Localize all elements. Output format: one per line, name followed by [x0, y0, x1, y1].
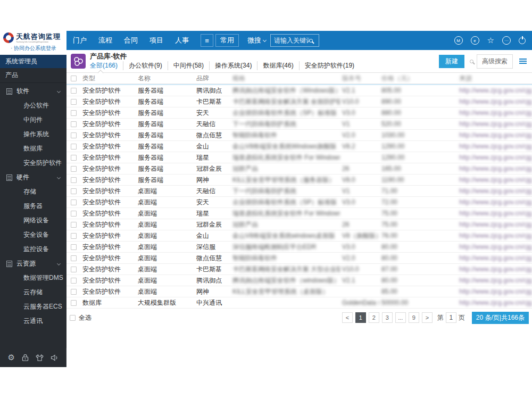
nav-item[interactable]: 流程 [98, 36, 112, 45]
table-row[interactable]: 安全防护软件 桌面端 卡巴斯基 卡巴斯基网络安全解决方案 大型企业版（KESB）… [66, 264, 532, 275]
table-row[interactable]: 安全防护软件 服务器端 卡巴斯基 卡巴斯基网络安全解决方案 全面防护版 V10.… [66, 96, 532, 107]
category-tab[interactable]: 全部(166) [90, 61, 123, 70]
goto-page-box[interactable]: 1 [446, 312, 456, 323]
sidebar-item[interactable]: 云服务器ECS [0, 300, 66, 314]
row-checkbox[interactable] [71, 300, 77, 306]
messages-icon[interactable]: M [454, 36, 463, 45]
table-row[interactable]: 安全防护软件 服务器端 腾讯御点 腾讯御点终端安全软件（Windows版） V2… [66, 85, 532, 96]
table-row[interactable]: 安全防护软件 服务器端 网神 KILL安全胄甲管理系统（服务器版） V8.0 1… [66, 174, 532, 186]
table-row[interactable]: 安全防护软件 桌面端 天融信 下一代防病毒防护系统 V1 71.00 http:… [66, 186, 532, 197]
column-header[interactable]: 价格（元） [379, 73, 457, 84]
cell-source-link-blurred[interactable]: http://www.zjcg.gov.cn/cjg/ [457, 130, 532, 140]
page-button[interactable]: 2 [369, 312, 379, 323]
page-button[interactable]: 3 [382, 312, 393, 323]
cell-source-link-blurred[interactable]: http://www.zjcg.gov.cn/cjg/ [457, 186, 532, 196]
nav-item[interactable]: 合同 [124, 36, 138, 45]
advanced-search-button[interactable]: 高级搜索 [477, 54, 513, 69]
more-options-icon[interactable]: ··· [502, 36, 511, 45]
cell-source-link-blurred[interactable]: http://www.zjcg.gov.cn/cjg/ [457, 242, 532, 252]
sidebar-item[interactable]: 硬件 [0, 170, 66, 185]
favorites-star-icon[interactable]: ☆ [487, 36, 494, 45]
global-search-input[interactable] [274, 37, 309, 44]
row-checkbox[interactable] [71, 132, 77, 138]
row-checkbox[interactable] [71, 88, 77, 94]
cell-source-link-blurred[interactable]: http://www.zjcg.gov.cn/cjg/ [457, 264, 532, 275]
cell-source-link-blurred[interactable]: http://www.zjcg.gov.cn/cjg/ [457, 85, 532, 96]
sidebar-item[interactable]: 数据管理DMS [0, 271, 66, 285]
volume-speaker-icon[interactable] [51, 354, 59, 361]
category-tab[interactable]: 中间件(58) [168, 61, 209, 70]
sidebar-item[interactable]: 云存储 [0, 285, 66, 300]
column-header[interactable]: 版本号 [340, 73, 379, 84]
category-tab[interactable]: 操作系统(34) [209, 61, 257, 70]
cell-source-link-blurred[interactable]: http://www.zjcg.gov.cn/cjg/ [457, 119, 532, 129]
row-checkbox[interactable] [71, 121, 77, 127]
sidebar-item[interactable]: 监控设备 [0, 242, 66, 256]
row-checkbox[interactable] [71, 255, 77, 261]
sidebar-item[interactable]: 软件 [0, 84, 66, 98]
row-checkbox[interactable] [71, 222, 77, 228]
sidebar-item[interactable]: 办公软件 [0, 98, 66, 113]
table-row[interactable]: 安全防护软件 桌面端 冠群金辰 冠群产品 26 75.00 http://www… [66, 219, 532, 230]
cell-source-link-blurred[interactable]: http://www.zjcg.gov.cn/cjg/ [457, 197, 532, 207]
column-header[interactable]: 来源 [457, 73, 532, 84]
table-row[interactable]: 安全防护软件 桌面端 网神 KILL安全胄甲管理系统（桌面版） 85.00 ht… [66, 286, 532, 297]
row-checkbox[interactable] [71, 278, 77, 284]
page-button[interactable]: 1 [355, 312, 366, 323]
cell-source-link-blurred[interactable]: http://www.zjcg.gov.cn/cjg/ [457, 163, 532, 174]
column-header[interactable]: 品牌 [194, 73, 230, 84]
nav-item[interactable]: 门户 [73, 36, 87, 45]
table-row[interactable]: 安全防护软件 桌面端 深信服 深信服终端检测响应平台EDR V3.0 80.00… [66, 242, 532, 253]
create-new-button[interactable]: 新建 [439, 55, 464, 68]
row-checkbox[interactable] [71, 244, 77, 250]
sidebar-item[interactable]: 网络设备 [0, 213, 66, 228]
table-row[interactable]: 安全防护软件 桌面端 金山 金山V8终端安全系统windows桌面版 V8（旗舰… [66, 230, 532, 242]
cell-source-link-blurred[interactable]: http://www.zjcg.gov.cn/cjg/ [457, 107, 532, 118]
collab-login-link[interactable]: · 协同办公系统登录 [3, 45, 63, 52]
nav-item[interactable]: 人事 [175, 36, 189, 45]
select-all-checkbox[interactable] [70, 315, 76, 321]
table-row[interactable]: 数据库 大规模集群版 中兴通讯 GoldenData s... 50000.00… [66, 297, 532, 309]
row-checkbox[interactable] [71, 144, 77, 149]
cell-source-link-blurred[interactable]: http://www.zjcg.gov.cn/cjg/ [457, 152, 532, 163]
nav-tab-common[interactable]: 常用 [215, 34, 239, 47]
header-checkbox[interactable] [71, 76, 77, 81]
row-checkbox[interactable] [71, 267, 77, 272]
category-tab[interactable]: 办公软件(9) [123, 61, 168, 70]
page-button[interactable]: 9 [409, 312, 419, 323]
cell-source-link-blurred[interactable]: http://www.zjcg.gov.cn/cjg/ [457, 286, 532, 297]
lock-icon[interactable] [22, 354, 29, 361]
row-checkbox[interactable] [71, 166, 77, 172]
cell-source-link-blurred[interactable]: http://www.zjcg.gov.cn/cjg/ [457, 219, 532, 230]
row-checkbox[interactable] [71, 99, 77, 105]
row-checkbox[interactable] [71, 110, 77, 116]
row-checkbox[interactable] [71, 211, 77, 217]
column-header[interactable]: 名称 [136, 73, 194, 84]
sidebar-item[interactable]: 中间件 [0, 113, 66, 127]
table-search-icon[interactable] [470, 60, 473, 63]
nav-menu-toggle[interactable]: ≡ [201, 34, 213, 47]
row-checkbox[interactable] [71, 233, 77, 239]
theme-shirt-icon[interactable] [36, 354, 44, 361]
row-checkbox[interactable] [71, 200, 77, 205]
sidebar-item[interactable]: 存储 [0, 185, 66, 199]
row-checkbox[interactable] [71, 289, 77, 295]
table-row[interactable]: 安全防护软件 桌面端 微点佰慧 智能防病毒软件 V2.0 80.00 http:… [66, 253, 532, 264]
table-row[interactable]: 安全防护软件 桌面端 安天 企业级防病毒软件系统（SP）标准版 V3.0 72.… [66, 197, 532, 208]
table-row[interactable]: 安全防护软件 服务器端 安天 企业级防病毒软件系统（SP）标准版 V3.0 88… [66, 107, 532, 119]
logout-power-icon[interactable] [519, 37, 526, 44]
sidebar-item[interactable]: 数据库 [0, 142, 66, 156]
sidebar-item[interactable]: 操作系统 [0, 127, 66, 142]
cell-source-link-blurred[interactable]: http://www.zjcg.gov.cn/cjg/ [457, 297, 532, 308]
page-button[interactable]: < [342, 312, 353, 323]
row-checkbox[interactable] [71, 177, 77, 183]
page-button[interactable]: > [422, 312, 433, 323]
table-row[interactable]: 安全防护软件 服务器端 冠群金辰 冠群产品 26 165.00 http://w… [66, 163, 532, 174]
nav-item[interactable]: 项目 [149, 36, 163, 45]
column-header[interactable]: 规格 [230, 73, 340, 84]
category-tab[interactable]: 数据库(46) [257, 61, 298, 70]
category-tab[interactable]: 安全防护软件(19) [299, 61, 360, 70]
table-row[interactable]: 安全防护软件 服务器端 微点佰慧 智能防病毒软件 V2.0 1030.00 ht… [66, 130, 532, 141]
row-checkbox[interactable] [71, 188, 77, 194]
cell-source-link-blurred[interactable]: http://www.zjcg.gov.cn/cjg/ [457, 208, 532, 219]
